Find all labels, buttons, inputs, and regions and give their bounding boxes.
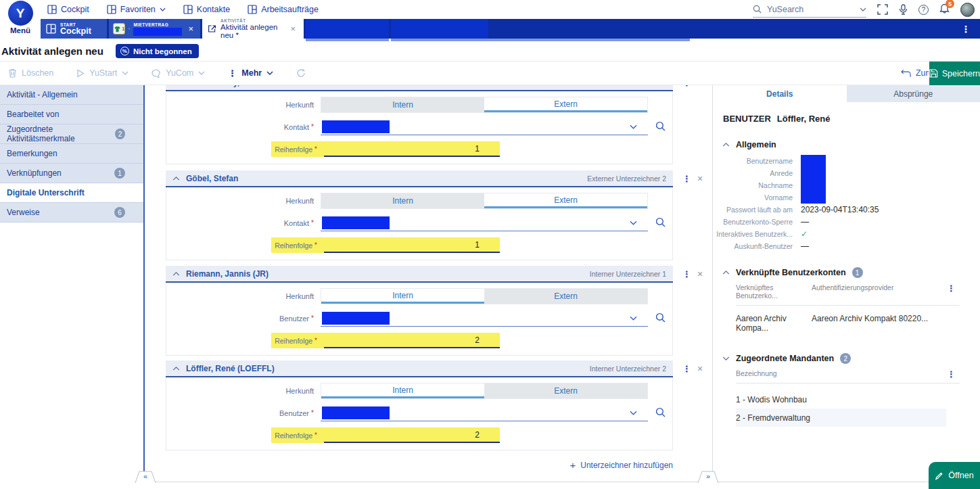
person-lookup-field[interactable]: [321, 215, 648, 231]
origin-extern-button[interactable]: Extern: [484, 289, 647, 304]
table-row[interactable]: 2 - Fremdverwaltung: [736, 409, 946, 427]
chevron-down-icon[interactable]: [722, 356, 730, 360]
yustart-button[interactable]: YuStart: [76, 68, 129, 78]
collapse-right-panel-button[interactable]: [695, 471, 721, 483]
table-row[interactable]: Aareon Archiv Kompa... Aareon Archiv Kom…: [736, 306, 960, 333]
chevron-down-icon[interactable]: [860, 7, 866, 11]
chevron-down-icon[interactable]: [630, 220, 637, 225]
origin-intern-button[interactable]: Intern: [321, 383, 484, 398]
sidebar-item[interactable]: Zugeordnete Aktivitätsmerkmale 2: [0, 124, 144, 144]
save-label: Speichern: [942, 69, 980, 78]
chevron-up-icon[interactable]: [722, 271, 730, 275]
origin-extern-button[interactable]: Extern: [484, 97, 647, 112]
sidebar-item[interactable]: Verknüpfungen 1: [0, 164, 144, 183]
chevrons-left-icon: [133, 472, 158, 480]
order-input[interactable]: 2: [324, 333, 500, 348]
search-icon[interactable]: [655, 312, 666, 323]
tab-details[interactable]: Details: [713, 85, 847, 102]
app-logo[interactable]: Y: [8, 1, 33, 26]
collapse-left-panel-button[interactable]: [133, 471, 158, 483]
mandanten-rows: 1 - Wodis Wohnbau 2 - Fremdverwaltung: [736, 390, 946, 427]
tab-mietvertrag[interactable]: 1 MIETVERTRAG ×: [109, 19, 200, 39]
section-kebab-icon[interactable]: [682, 85, 691, 88]
order-input[interactable]: 1: [324, 237, 500, 253]
sidebar-item-label: Aktivität - Allgemein: [7, 90, 78, 99]
chevron-up-icon[interactable]: [722, 143, 730, 147]
delete-button[interactable]: Löschen: [8, 68, 53, 78]
table-kebab-icon[interactable]: [947, 369, 956, 379]
sidebar-item[interactable]: Bemerkungen: [0, 144, 144, 164]
person-lookup-field[interactable]: [321, 310, 648, 327]
sidebar-item-label: Zugeordnete Aktivitätsmerkmale: [7, 124, 115, 143]
yucom-button[interactable]: YuCom: [151, 68, 205, 78]
search-input[interactable]: [766, 4, 840, 15]
main-menu[interactable]: Y Menü: [0, 0, 41, 39]
chevron-down-icon[interactable]: [630, 411, 637, 415]
signer-section-header[interactable]: Göbel, Stefan Externer Unterzeichner 2: [166, 170, 673, 187]
top-nav-item[interactable]: Arbeitsaufträge: [248, 5, 319, 14]
origin-intern-button[interactable]: Intern: [321, 289, 484, 304]
origin-intern-button[interactable]: Intern: [321, 193, 484, 208]
signer-section-header[interactable]: Riemann, Jannis (JR) Interner Unterzeich…: [166, 266, 673, 283]
section-kebab-icon[interactable]: [682, 269, 691, 279]
refresh-button[interactable]: [296, 68, 306, 78]
add-signer-link[interactable]: Unterzeichner hinzufügen: [569, 459, 673, 471]
user-avatar[interactable]: [960, 3, 975, 17]
section-close-icon[interactable]: [697, 173, 703, 184]
open-button[interactable]: Öffnen: [929, 462, 980, 489]
person-lookup-field[interactable]: [321, 405, 648, 421]
origin-extern-button[interactable]: Extern: [484, 383, 647, 398]
origin-extern-button[interactable]: Extern: [484, 193, 647, 208]
tab-overflow-menu-icon[interactable]: [952, 19, 980, 39]
more-button[interactable]: Mehr: [228, 68, 273, 78]
chevron-down-icon[interactable]: [630, 316, 637, 321]
chevron-up-icon[interactable]: [172, 272, 180, 276]
verknuepfte-title: Verknüpfte Benutzerkonten: [736, 268, 846, 277]
table-kebab-icon[interactable]: [947, 283, 956, 294]
search-icon[interactable]: [655, 407, 666, 417]
sidebar-item[interactable]: Digitale Unterschrift: [0, 183, 144, 203]
fullscreen-icon[interactable]: [877, 4, 888, 15]
section-kebab-icon[interactable]: [682, 174, 691, 184]
help-icon[interactable]: [918, 5, 929, 15]
yustart-label: YuStart: [89, 68, 117, 78]
signer-section-header[interactable]: Mantzesterny, Helena Externer Unterzeich…: [166, 85, 673, 91]
microphone-icon[interactable]: [899, 4, 908, 15]
section-close-icon[interactable]: [697, 85, 703, 88]
sidebar-item[interactable]: Aktivität - Allgemein: [0, 85, 144, 105]
save-button[interactable]: Speichern: [929, 62, 980, 85]
top-nav-item[interactable]: Favoriten: [107, 5, 166, 14]
chevron-down-icon[interactable]: [630, 124, 637, 129]
signer-section-header[interactable]: Löffler, René (LOEFFL) Interner Unterzei…: [166, 360, 673, 377]
verknuepfte-section-header[interactable]: Verknüpfte Benutzerkonten 1: [722, 267, 980, 278]
origin-intern-button[interactable]: Intern: [321, 97, 484, 112]
top-nav-item[interactable]: Cockpit: [47, 5, 89, 14]
signer-section-body: Herkunft Intern Extern Kontakt *: [166, 91, 673, 164]
search-icon[interactable]: [655, 121, 666, 131]
tab-start-cockpit[interactable]: START Cockpit: [41, 19, 107, 39]
section-close-icon[interactable]: [697, 363, 703, 374]
order-input[interactable]: 1: [324, 141, 500, 157]
section-kebab-icon[interactable]: [682, 364, 691, 374]
global-search[interactable]: [753, 1, 866, 18]
table-row[interactable]: 1 - Wodis Wohnbau: [736, 390, 946, 409]
search-icon[interactable]: [655, 217, 666, 227]
close-icon[interactable]: ×: [185, 24, 196, 34]
person-lookup-field[interactable]: [321, 119, 648, 135]
top-nav-item[interactable]: Kontakte: [183, 5, 230, 14]
allgemein-section-header[interactable]: Allgemein: [722, 140, 980, 149]
notifications-bell[interactable]: 5: [939, 3, 950, 16]
sidebar-item[interactable]: Verweise 6: [0, 203, 144, 223]
mandanten-section-header[interactable]: Zugeordnete Mandanten 2: [722, 353, 980, 364]
close-icon[interactable]: ×: [287, 24, 298, 34]
redacted-tab[interactable]: [306, 19, 389, 39]
play-icon: [76, 69, 85, 78]
redacted-tab[interactable]: [391, 19, 488, 39]
section-close-icon[interactable]: [697, 269, 703, 279]
order-input[interactable]: 2: [324, 427, 500, 443]
chevron-up-icon[interactable]: [172, 177, 180, 181]
tab-aktivitaet-active[interactable]: AKTIVITÄT Aktivität anlegen neu * ×: [202, 19, 304, 39]
sidebar-item[interactable]: Bearbeitet von: [0, 105, 144, 124]
chevron-up-icon[interactable]: [172, 367, 180, 371]
tab-absprünge[interactable]: Absprünge: [847, 85, 980, 102]
